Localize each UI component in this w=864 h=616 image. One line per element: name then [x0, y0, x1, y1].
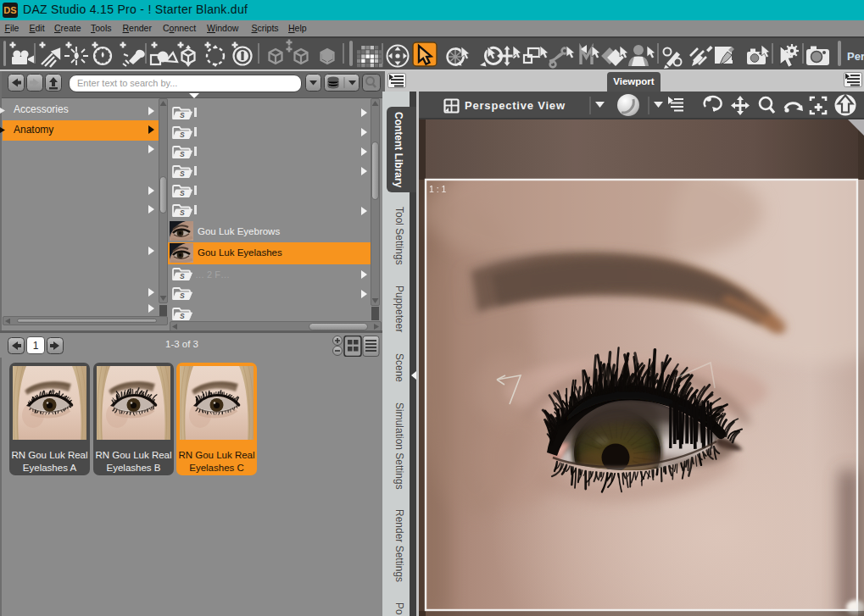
svg-text:S: S — [180, 150, 185, 158]
svg-text:S: S — [180, 208, 185, 217]
svg-text:Perspective View: Perspective View — [465, 99, 566, 112]
svg-text:S: S — [180, 111, 185, 119]
svg-text:S: S — [180, 291, 185, 300]
svg-text:Per: Per — [847, 50, 864, 63]
svg-text:S: S — [180, 189, 185, 197]
svg-text:S: S — [180, 169, 185, 178]
svg-text:S: S — [180, 272, 185, 280]
svg-text:S: S — [180, 312, 185, 320]
svg-text:S: S — [180, 130, 185, 139]
svg-text:1 : 1: 1 : 1 — [429, 184, 447, 194]
